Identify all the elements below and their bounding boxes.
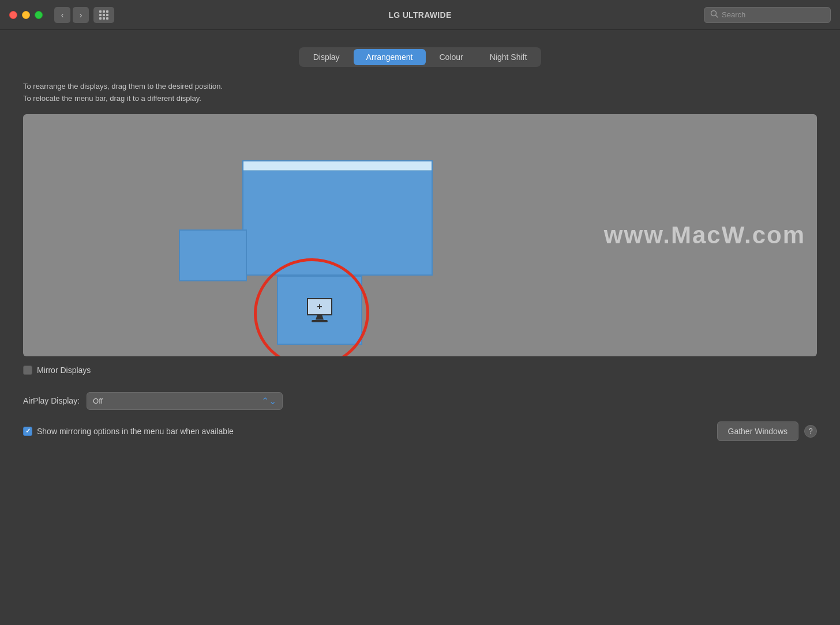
help-button[interactable]: ? [804, 425, 817, 438]
svg-line-1 [716, 15, 718, 17]
mirror-displays-label: Mirror Displays [37, 366, 91, 375]
monitor-stand [316, 315, 324, 320]
tab-arrangement[interactable]: Arrangement [354, 49, 426, 65]
grid-button[interactable] [93, 7, 114, 23]
titlebar: ‹ › LG ULTRAWIDE [0, 0, 840, 30]
bottom-row: Show mirroring options in the menu bar w… [23, 421, 817, 441]
display-mirrored[interactable] [277, 276, 362, 345]
description-line2: To relocate the menu bar, drag it to a d… [23, 93, 817, 105]
bottom-right: Gather Windows ? [717, 421, 817, 441]
tab-night-shift[interactable]: Night Shift [477, 49, 540, 65]
airplay-label: AirPlay Display: [23, 396, 80, 405]
search-input[interactable] [722, 10, 824, 19]
minimize-button[interactable] [22, 11, 30, 19]
airplay-row: AirPlay Display: Off ⌃⌄ [23, 392, 817, 410]
tab-colour[interactable]: Colour [427, 49, 476, 65]
monitor-icon [307, 298, 332, 322]
forward-button[interactable]: › [73, 7, 89, 23]
tabs: Display Arrangement Colour Night Shift [299, 47, 542, 67]
main-content: Display Arrangement Colour Night Shift T… [0, 30, 840, 625]
watermark: www.MacW.com [604, 221, 805, 249]
mirror-displays-row: Mirror Displays [23, 366, 817, 375]
airplay-value: Off [93, 397, 103, 405]
gather-windows-button[interactable]: Gather Windows [717, 421, 798, 441]
arrangement-area[interactable]: www.MacW.com [23, 114, 817, 356]
display-large[interactable] [242, 160, 433, 276]
description: To rearrange the displays, drag them to … [23, 81, 817, 105]
search-icon [710, 10, 718, 20]
show-mirroring-row: Show mirroring options in the menu bar w… [23, 427, 234, 436]
show-mirroring-checkbox[interactable] [23, 427, 32, 436]
maximize-button[interactable] [35, 11, 43, 19]
tabs-container: Display Arrangement Colour Night Shift [23, 47, 817, 67]
search-bar[interactable] [704, 7, 831, 23]
traffic-lights [9, 11, 43, 19]
window-title: LG ULTRAWIDE [388, 10, 451, 20]
grid-icon [99, 10, 108, 20]
menubar-indicator [243, 161, 432, 171]
monitor-base [312, 320, 328, 322]
tab-display[interactable]: Display [301, 49, 352, 65]
show-mirroring-label: Show mirroring options in the menu bar w… [37, 427, 234, 436]
back-button[interactable]: ‹ [54, 7, 70, 23]
airplay-select[interactable]: Off ⌃⌄ [87, 392, 283, 410]
mirror-displays-checkbox[interactable] [23, 366, 32, 375]
monitor-screen [307, 298, 332, 315]
select-arrow-icon: ⌃⌄ [261, 396, 276, 406]
close-button[interactable] [9, 11, 17, 19]
nav-buttons: ‹ › [54, 7, 114, 23]
description-line1: To rearrange the displays, drag them to … [23, 81, 817, 93]
display-small-left[interactable] [179, 229, 247, 281]
